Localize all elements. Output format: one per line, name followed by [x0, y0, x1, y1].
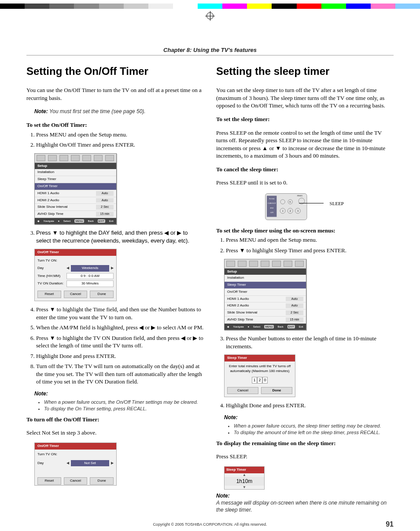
- left-steps-4-8: Press ▼ to highlight the Time field, and…: [26, 306, 204, 386]
- panel-row: Day◀Weekends▶: [37, 265, 114, 272]
- panel2-title: On/Off Timer: [35, 443, 116, 450]
- disp-panel-title: Sleep Timer: [225, 467, 264, 473]
- osd-item: HDMI 1 AudioAuto: [35, 190, 116, 197]
- onoff-timer-panel-2: On/Off Timer Turn TV ON: Day◀Not Set▶ Re…: [34, 442, 117, 486]
- note-body: You must first set the time (see page 50…: [49, 108, 146, 114]
- panel-button: Done: [261, 387, 292, 395]
- sub-header-turnoff: To turn off the On/Off Timer:: [26, 416, 204, 424]
- note2-bullets: When a power failure occurs, the On/Off …: [34, 399, 204, 412]
- remote-sleep-label: SLEEP: [330, 200, 344, 207]
- osd-setup-sleep: Setup InstallationSleep TimerOn/Off Time…: [224, 259, 306, 330]
- bullet-item: When a power failure occurs, the On/Off …: [44, 399, 204, 406]
- panel-row: Time (HH:MM)0 9 : 0 0 AM: [37, 273, 114, 280]
- osd-footer: ◆Navigate ●Select MENUBack EXITExit: [35, 218, 116, 224]
- osd-item: On/Off Timer: [35, 183, 116, 190]
- sleep-panel-title: Sleep Timer: [225, 355, 295, 361]
- cancel-sleep-para: Press SLEEP until it is set to 0.: [216, 179, 394, 187]
- svg-text:TV/VCR: TV/VCR: [269, 198, 275, 200]
- bullet-item: To display the amount of time left on th…: [234, 429, 394, 436]
- list-item: Press ▼ to highlight Sleep Timer and pre…: [226, 247, 394, 254]
- osd-item: Installation: [35, 169, 116, 176]
- svg-text:DVD: DVD: [270, 207, 274, 209]
- right-step-3: Press the Number buttons to enter the le…: [216, 335, 394, 350]
- osd-title: Setup: [35, 163, 116, 170]
- right-note-bullets: When a power failure occurs, the sleep t…: [224, 423, 394, 436]
- right-column: Setting the sleep timer You can set the …: [216, 64, 394, 513]
- osd-item: HDMI 2 AudioAuto: [225, 302, 306, 310]
- set-sleep-para: Press SLEEP on the remote control to set…: [216, 129, 394, 160]
- list-item: Press MENU and open the Setup menu.: [226, 236, 394, 244]
- right-note2-label: Note:: [216, 492, 394, 499]
- panel-button: Reset: [37, 291, 61, 298]
- svg-text:SL: SL: [289, 201, 291, 203]
- svg-text:1: 1: [282, 210, 284, 212]
- panel-button: Reset: [37, 477, 61, 485]
- osd-tabs: [35, 154, 116, 163]
- osd-item: Sleep Timer: [225, 282, 306, 289]
- panel-button: Done: [90, 291, 114, 298]
- chapter-header: Chapter 8: Using the TV's features: [26, 47, 394, 55]
- disp-para: Press SLEEP.: [216, 453, 394, 461]
- osd-item: HDMI 2 AudioAuto: [35, 197, 116, 204]
- panel-row: TV ON Duration:30 Minutes: [37, 280, 114, 287]
- svg-text:2: 2: [290, 210, 291, 212]
- svg-text:CABLE/SAT: CABLE/SAT: [268, 203, 276, 204]
- osd-item: Installation: [225, 275, 306, 282]
- left-heading: Setting the On/Off Timer: [26, 64, 204, 78]
- list-item: Press MENU and open the Setup menu.: [36, 131, 204, 139]
- osd2-title: Setup: [225, 269, 306, 275]
- page-number: 91: [386, 520, 394, 528]
- osd-setup-onoff: Setup InstallationSleep TimerOn/Off Time…: [34, 153, 117, 225]
- panel-row: Day◀Not Set▶: [37, 460, 114, 467]
- turnoff-text: Select Not Set in step 3 above.: [26, 429, 204, 437]
- sub-disp-remaining: To display the remaining time on the sle…: [216, 439, 394, 447]
- crop-marks-top: [0, 4, 420, 26]
- page-footer: Copyright © 2005 TOSHIBA CORPORATION. Al…: [26, 522, 394, 527]
- color-bar: [0, 4, 420, 9]
- osd2-footer: ◆Navigate ●Select MENUBack EXITExit: [225, 324, 306, 330]
- right-steps-list-b: Press MENU and open the Setup menu.Press…: [216, 236, 394, 254]
- note2-label: Note:: [34, 390, 204, 397]
- panel2-turnon: Turn TV ON:: [37, 452, 114, 457]
- panel-button: Cancel: [227, 387, 258, 395]
- right-heading: Setting the sleep timer: [216, 64, 394, 78]
- sub-set-sleep: To set the sleep timer:: [216, 115, 394, 123]
- registration-mark-top: [206, 12, 214, 19]
- panel-button: Cancel: [64, 477, 88, 485]
- sleep-panel-msg: Enter total minutes until the TV turns o…: [225, 361, 295, 376]
- sub-header-set-onoff: To set the On/Off Timer:: [26, 121, 204, 129]
- svg-text:AUX: AUX: [270, 212, 274, 214]
- sleep-display-panel: Sleep Timer ▲ 1h10m ▼: [224, 466, 265, 490]
- left-step-3: Press ▼ to highlight the DAY field, and …: [26, 229, 204, 244]
- note-label: Note:: [34, 108, 48, 114]
- osd-item: On/Off Timer: [225, 289, 306, 296]
- sub-cancel-sleep: To cancel the sleep timer:: [216, 166, 394, 173]
- disp-panel-value: 1h10m: [225, 477, 264, 486]
- left-intro: You can use the On/Off Timer to turn the…: [26, 86, 204, 102]
- svg-text:3: 3: [297, 210, 298, 212]
- right-intro: You can set the sleep timer to turn off …: [216, 86, 394, 110]
- sleep-digits: 120: [252, 377, 268, 383]
- osd-item: Slide Show Interval2 Sec: [225, 310, 306, 317]
- remote-illustration: TV/VCR CABLE/SAT DVD AUX POWER SL 1 2 3: [238, 192, 344, 223]
- copyright: Copyright © 2005 TOSHIBA CORPORATION. Al…: [153, 522, 267, 527]
- panel1-turnon: Turn TV ON:: [37, 258, 114, 263]
- right-note2-body: A message will display on-screen when th…: [216, 499, 394, 513]
- osd-item: Slide Show Interval2 Sec: [35, 204, 116, 211]
- panel-button: Done: [90, 477, 114, 485]
- onoff-timer-panel-1: On/Off Timer Turn TV ON: Day◀Weekends▶Ti…: [34, 249, 117, 301]
- panel-button: Cancel: [64, 291, 88, 298]
- left-column: Setting the On/Off Timer You can use the…: [26, 64, 204, 513]
- sleep-timer-panel: Sleep Timer Enter total minutes until th…: [224, 354, 295, 397]
- osd-item: AVHD Skip Time15 min: [35, 211, 116, 218]
- osd-item: AVHD Skip Time15 min: [225, 317, 306, 324]
- osd-item: HDMI 1 AudioAuto: [225, 296, 306, 303]
- left-steps-list-a: Press MENU and open the Setup menu.Highl…: [26, 131, 204, 149]
- osd-item: Sleep Timer: [35, 176, 116, 183]
- sub-sleep-onscreen: To set the sleep timer using the on-scre…: [216, 227, 394, 235]
- right-step-4: Highlight Done and press ENTER.: [216, 402, 394, 409]
- osd-tabs-2: [225, 259, 306, 269]
- panel1-title: On/Off Timer: [35, 249, 116, 256]
- bullet-item: To display the On Timer setting, press R…: [44, 406, 204, 412]
- right-note-label: Note:: [224, 414, 394, 421]
